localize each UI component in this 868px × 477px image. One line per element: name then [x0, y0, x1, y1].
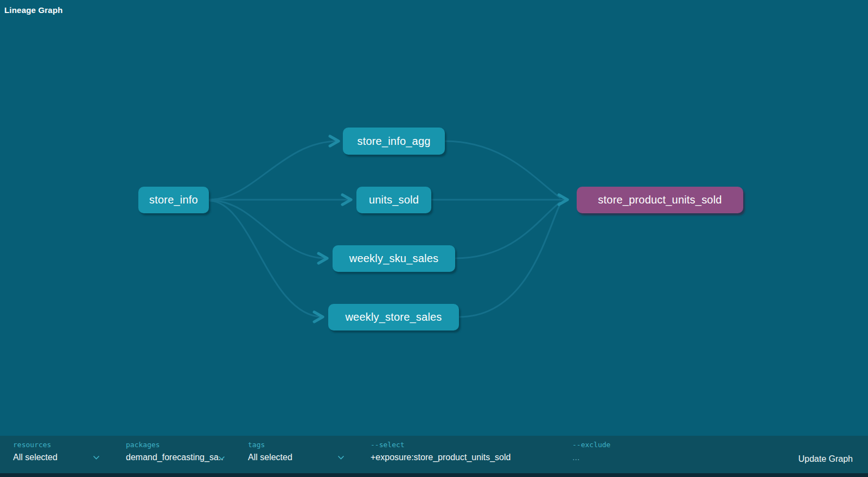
node-label: store_product_units_sold [598, 194, 722, 206]
packages-dropdown[interactable]: demand_forecasting_sa... [126, 453, 224, 462]
edge-store_info-store_info_agg [210, 141, 339, 200]
resources-dropdown-value: All selected [13, 453, 58, 462]
node-label: weekly_sku_sales [349, 252, 438, 265]
lineage-graph-app: Lineage Graph store_info [0, 0, 868, 477]
chevron-down-icon [93, 455, 100, 460]
filter-exclude: --exclude ... [572, 441, 692, 462]
node-label: store_info [149, 194, 198, 206]
exclude-input[interactable]: ... [572, 453, 692, 462]
tags-dropdown[interactable]: All selected [248, 453, 344, 462]
tags-dropdown-value: All selected [248, 453, 292, 462]
edge-store_info_agg-exposure [445, 141, 560, 198]
filter-exclude-label: --exclude [572, 441, 692, 449]
filter-tags: tags All selected [248, 441, 344, 462]
node-store_info[interactable]: store_info [138, 187, 209, 213]
filter-packages: packages demand_forecasting_sa... [126, 441, 224, 462]
node-store_info_agg[interactable]: store_info_agg [343, 128, 445, 155]
node-label: weekly_store_sales [345, 311, 442, 323]
chevron-down-icon [218, 456, 225, 461]
chevron-down-icon [337, 455, 344, 460]
lineage-edges [0, 0, 868, 436]
bottom-strip [0, 473, 868, 477]
node-weekly_sku_sales[interactable]: weekly_sku_sales [333, 245, 455, 272]
filter-tags-label: tags [248, 441, 344, 449]
filter-resources-label: resources [13, 441, 100, 449]
edge-store_info-weekly_store_sales [210, 201, 323, 317]
node-units_sold[interactable]: units_sold [356, 187, 431, 213]
filter-select-label: --select [371, 441, 560, 449]
filter-packages-label: packages [126, 441, 224, 449]
node-weekly_store_sales[interactable]: weekly_store_sales [328, 304, 459, 330]
node-label: store_info_agg [357, 135, 430, 148]
edge-weekly_store_sales-exposure [459, 205, 560, 317]
edge-weekly_sku_sales-exposure [455, 202, 560, 258]
lineage-canvas[interactable]: store_info store_info_agg units_sold wee… [0, 0, 868, 436]
exclude-input-value: ... [572, 453, 579, 462]
select-input-value: +exposure:store_product_units_sold [371, 453, 510, 462]
filter-resources: resources All selected [13, 441, 100, 462]
resources-dropdown[interactable]: All selected [13, 453, 100, 462]
page-title: Lineage Graph [4, 5, 63, 15]
node-label: units_sold [369, 194, 419, 206]
node-store_product_units_sold[interactable]: store_product_units_sold [577, 187, 743, 213]
packages-dropdown-value: demand_forecasting_sa... [126, 453, 224, 462]
select-input[interactable]: +exposure:store_product_units_sold [371, 453, 560, 462]
filter-select: --select +exposure:store_product_units_s… [371, 441, 560, 462]
filter-bar: resources All selected packages demand_f… [0, 436, 868, 473]
update-graph-button[interactable]: Update Graph [798, 454, 853, 464]
